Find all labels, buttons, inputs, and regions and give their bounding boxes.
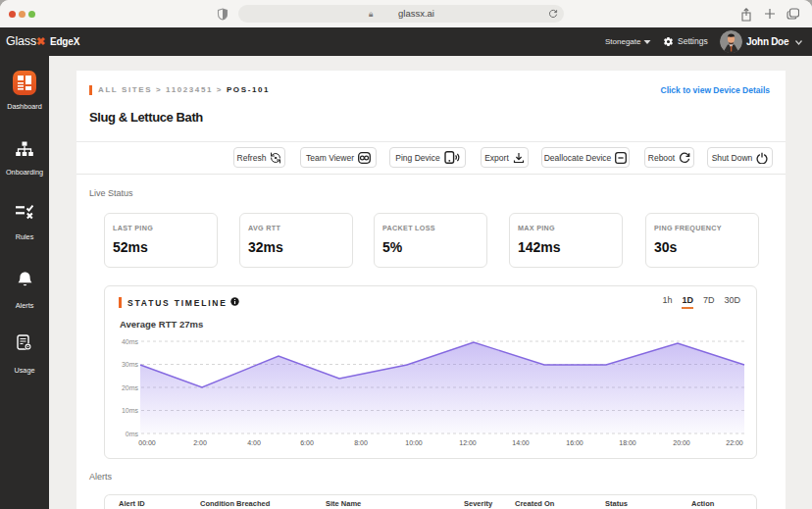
svg-text:20:00: 20:00 — [673, 439, 690, 446]
svg-text:22:00: 22:00 — [726, 439, 743, 446]
svg-text:10:00: 10:00 — [405, 439, 423, 446]
svg-text:0ms: 0ms — [126, 431, 139, 437]
svg-text:40ms: 40ms — [122, 338, 139, 345]
svg-text:16:00: 16:00 — [566, 439, 584, 446]
svg-text:20ms: 20ms — [122, 384, 139, 391]
svg-text:6:00: 6:00 — [300, 439, 314, 446]
svg-text:00:00: 00:00 — [138, 439, 156, 446]
svg-text:30ms: 30ms — [122, 361, 139, 368]
svg-text:14:00: 14:00 — [512, 439, 530, 446]
svg-text:18:00: 18:00 — [619, 439, 636, 446]
svg-text:4:00: 4:00 — [247, 439, 261, 446]
svg-text:12:00: 12:00 — [459, 439, 477, 446]
svg-text:8:00: 8:00 — [354, 439, 368, 446]
svg-text:10ms: 10ms — [122, 407, 139, 414]
svg-text:2:00: 2:00 — [193, 439, 207, 446]
